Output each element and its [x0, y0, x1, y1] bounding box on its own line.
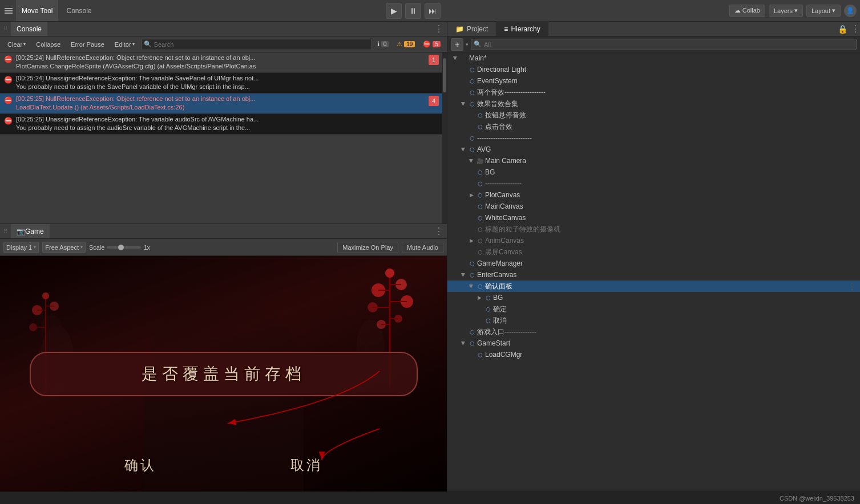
hierarchy-toolbar: + ▾ 🔍	[447, 36, 860, 52]
lock-icon[interactable]: 🔒	[838, 25, 847, 34]
tab-console[interactable]: Console	[11, 22, 47, 36]
hierarchy-item-icon: ⬡	[468, 100, 476, 108]
collab-button[interactable]: ☁ Collab	[729, 5, 765, 17]
step-button[interactable]: ⏭	[425, 3, 441, 19]
hierarchy-item-main-camera[interactable]: ▶🎥Main Camera	[447, 155, 860, 166]
console-scroll-thumb[interactable]	[443, 58, 446, 92]
log-error-icon: ⛔	[3, 55, 13, 64]
expand-arrow[interactable]: ▶	[468, 192, 475, 198]
hierarchy-item-event-sys[interactable]: ⬡EventSystem	[447, 75, 860, 87]
expand-arrow[interactable]: ▶	[468, 237, 475, 244]
hierarchy-item-btn-audio[interactable]: ⬡按钮悬停音效	[447, 109, 860, 121]
console-scrollbar[interactable]	[442, 52, 447, 223]
expand-arrow[interactable]: ▶	[460, 146, 467, 153]
hierarchy-item-icon: ⬡	[476, 111, 484, 119]
game-toolbar: Display 1 ▾ Free Aspect ▾ Scale 1x Maxim…	[0, 239, 447, 256]
tab-console-toolbar[interactable]: Console	[60, 0, 97, 21]
pause-button[interactable]: ⏸	[405, 3, 421, 19]
tab-game[interactable]: 📷 Game	[11, 224, 50, 238]
log-entry[interactable]: ⛔[00:25:24] NullReferenceException: Obje…	[0, 52, 442, 73]
hierarchy-item-dir-light[interactable]: ⬡Directional Light	[447, 64, 860, 75]
hierarchy-item-white-canvas[interactable]: ⬡WhiteCanvas	[447, 212, 860, 223]
log-entry[interactable]: ⛔[00:25:24] UnassignedReferenceException…	[0, 73, 442, 94]
hierarchy-item-label: EventSystem	[477, 77, 857, 85]
hierarchy-item-load-cg-mgr[interactable]: ⬡LoadCGMgr	[447, 349, 860, 360]
scale-slider[interactable]	[107, 246, 141, 249]
add-arrow[interactable]: ▾	[466, 42, 469, 47]
hierarchy-item-main[interactable]: ▶Main*	[447, 52, 860, 64]
warn-badge[interactable]: ⚠ 19	[394, 40, 418, 48]
hierarchy-item-enter-canvas[interactable]: ▶⬡EnterCanvas	[447, 269, 860, 281]
hierarchy-item-label: PlotCanvas	[485, 191, 857, 199]
hierarchy-item-black-canvas[interactable]: ⬡黑屏Canvas	[447, 246, 860, 258]
hierarchy-item-separator1[interactable]: ⬡------------------------	[447, 132, 860, 144]
hierarchy-item-particle-cam[interactable]: ⬡标题的粒子特效的摄像机	[447, 223, 860, 235]
game-panel-menu[interactable]: ⋮	[434, 226, 443, 237]
hierarchy-item-game-start[interactable]: ▶⬡GameStart	[447, 338, 860, 349]
expand-arrow[interactable]: ▶	[452, 55, 459, 62]
hierarchy-item-effects-group[interactable]: ▶⬡效果音效合集	[447, 98, 860, 109]
play-button[interactable]: ▶	[386, 3, 402, 19]
hierarchy-item-separator2[interactable]: ⬡----------------	[447, 178, 860, 189]
expand-arrow[interactable]: ▶	[476, 294, 483, 301]
expand-arrow[interactable]: ▶	[460, 271, 467, 278]
collapse-button[interactable]: Collapse	[32, 39, 64, 50]
game-confirm-button[interactable]: 确认	[124, 456, 156, 474]
expand-arrow[interactable]: ▶	[468, 157, 475, 164]
tab-move-tool[interactable]: Move Tool	[16, 0, 58, 21]
error-badge[interactable]: ⛔ 5	[420, 40, 443, 48]
hierarchy-item-confirm-ok[interactable]: ⬡确定	[447, 303, 860, 315]
hierarchy-item-menu[interactable]: ⋮	[847, 281, 857, 292]
hierarchy-item-icon: ⬡	[484, 305, 492, 313]
hierarchy-item-anim-canvas[interactable]: ▶⬡AnimCanvas	[447, 235, 860, 246]
display-select[interactable]: Display 1 ▾	[3, 242, 39, 253]
hierarchy-item-label: 点击音效	[485, 122, 857, 132]
hierarchy-item-label: EnterCanvas	[477, 271, 857, 279]
game-viewport: 是否覆盖当前存档 确认 取消	[0, 256, 447, 491]
layers-button[interactable]: Layers ▾	[769, 5, 803, 17]
console-panel-menu[interactable]: ⋮	[434, 23, 443, 34]
game-cancel-button[interactable]: 取消	[290, 456, 322, 474]
hierarchy-item-label: AVG	[477, 145, 857, 153]
hierarchy-item-liang-audio[interactable]: ⬡两个音效------------------	[447, 87, 860, 98]
hierarchy-item-label: ------------------------	[477, 134, 857, 142]
expand-arrow[interactable]: ▶	[460, 340, 467, 347]
console-search-input[interactable]	[141, 39, 372, 50]
hierarchy-item-click-audio[interactable]: ⬡点击音效	[447, 121, 860, 132]
scale-thumb[interactable]	[118, 245, 124, 250]
tab-hierarchy[interactable]: ≡ Hierarchy	[496, 22, 548, 36]
hierarchy-item-game-entrance[interactable]: ⬡游戏入口--------------	[447, 326, 860, 338]
account-avatar[interactable]: 👤	[844, 5, 857, 17]
log-entry[interactable]: ⛔[00:25:25] NullReferenceException: Obje…	[0, 94, 442, 114]
aspect-select[interactable]: Free Aspect ▾	[42, 242, 86, 253]
hierarchy-item-main-canvas[interactable]: ⬡MainCanvas	[447, 201, 860, 212]
info-badge[interactable]: ℹ 0	[374, 40, 392, 48]
expand-arrow[interactable]: ▶	[468, 283, 475, 290]
log-count-badge: 1	[429, 55, 439, 65]
drag-handle	[3, 6, 14, 16]
hierarchy-item-confirm-bg[interactable]: ▶⬡BG	[447, 292, 860, 303]
hierarchy-item-icon: ⬡	[484, 294, 492, 302]
hierarchy-item-confirm-cancel[interactable]: ⬡取消	[447, 315, 860, 326]
hierarchy-search-input[interactable]	[471, 39, 857, 50]
expand-arrow[interactable]: ▶	[460, 100, 467, 107]
layout-button[interactable]: Layout ▾	[806, 5, 841, 17]
clear-button[interactable]: Clear ▾	[3, 39, 30, 50]
error-pause-button[interactable]: Error Pause	[67, 39, 108, 50]
game-buttons-area: 确认 取消	[0, 456, 447, 474]
hierarchy-item-avg[interactable]: ▶⬡AVG	[447, 144, 860, 155]
hierarchy-item-game-manager[interactable]: ⬡GameManager	[447, 258, 860, 269]
log-entry[interactable]: ⛔[00:25:25] UnassignedReferenceException…	[0, 114, 442, 135]
editor-button[interactable]: Editor ▾	[111, 39, 139, 50]
hierarchy-item-plot-canvas[interactable]: ▶⬡PlotCanvas	[447, 189, 860, 201]
add-object-button[interactable]: +	[451, 38, 463, 51]
hierarchy-item-label: Directional Light	[477, 66, 857, 74]
hierarchy-item-confirm-panel[interactable]: ▶⬡确认面板⋮	[447, 281, 860, 292]
hierarchy-item-bg[interactable]: ⬡BG	[447, 166, 860, 178]
scale-label: Scale	[89, 244, 105, 251]
hierarchy-panel-menu[interactable]: ⋮	[851, 23, 860, 34]
mute-button[interactable]: Mute Audio	[402, 242, 443, 253]
maximize-button[interactable]: Maximize On Play	[337, 242, 398, 253]
tab-project[interactable]: 📁 Project	[447, 22, 496, 36]
right-panel: 📁 Project ≡ Hierarchy 🔒 ⋮ + ▾ 🔍 ▶Main*⬡D…	[447, 22, 860, 491]
